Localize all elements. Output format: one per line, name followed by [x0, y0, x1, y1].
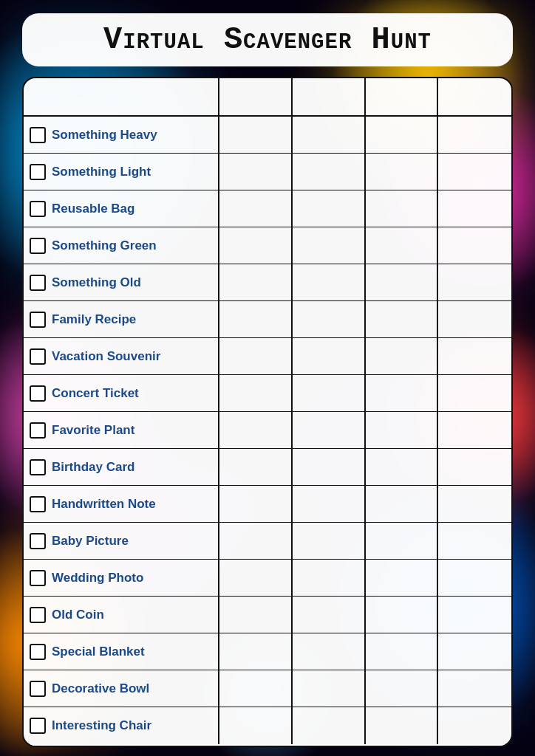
- score-cell-1: [293, 301, 366, 337]
- score-cell-3: [438, 301, 511, 337]
- page-title: Virtual Scavenger Hunt: [103, 22, 432, 58]
- score-cell-0: [219, 154, 293, 190]
- score-cell-1: [293, 227, 366, 264]
- item-label: Interesting Chair: [52, 718, 151, 733]
- score-cell-1: [293, 633, 366, 670]
- table-container: Something HeavySomething LightReusable B…: [24, 78, 511, 744]
- table-row: Interesting Chair: [24, 707, 511, 744]
- page-wrapper: Virtual Scavenger Hunt Something HeavySo…: [0, 0, 535, 756]
- score-cell-0: [219, 227, 293, 264]
- header-row: [24, 78, 511, 117]
- score-cell-3: [438, 190, 511, 227]
- score-cell-2: [366, 264, 439, 300]
- score-cell-2: [366, 449, 439, 485]
- score-cell-2: [366, 670, 439, 707]
- score-cell-2: [366, 117, 439, 153]
- item-checkbox[interactable]: [30, 422, 46, 439]
- item-label: Birthday Card: [52, 460, 134, 475]
- score-cell-0: [219, 117, 293, 153]
- score-cell-2: [366, 301, 439, 337]
- item-label: Old Coin: [52, 608, 104, 622]
- item-cell: Decorative Bowl: [24, 670, 219, 707]
- item-checkbox[interactable]: [30, 718, 46, 734]
- header-col-4: [438, 78, 511, 117]
- table-row: Decorative Bowl: [24, 670, 511, 707]
- score-cell-1: [293, 449, 366, 485]
- score-cell-3: [438, 560, 511, 596]
- item-checkbox[interactable]: [30, 238, 46, 254]
- score-cell-2: [366, 375, 439, 411]
- item-cell: Something Heavy: [24, 117, 219, 153]
- score-cell-2: [366, 633, 439, 670]
- item-checkbox[interactable]: [30, 681, 46, 697]
- item-checkbox[interactable]: [30, 533, 46, 549]
- score-cell-3: [438, 449, 511, 485]
- score-cell-2: [366, 597, 439, 633]
- item-cell: Something Green: [24, 227, 219, 264]
- score-cell-2: [366, 412, 439, 448]
- score-cell-3: [438, 597, 511, 633]
- item-checkbox[interactable]: [30, 275, 46, 291]
- table-row: Handwritten Note: [24, 486, 511, 523]
- item-checkbox[interactable]: [30, 570, 46, 586]
- item-cell: Reusable Bag: [24, 190, 219, 227]
- item-cell: Handwritten Note: [24, 486, 219, 522]
- score-cell-1: [293, 597, 366, 633]
- item-checkbox[interactable]: [30, 312, 46, 328]
- table-row: Special Blanket: [24, 633, 511, 670]
- item-checkbox[interactable]: [30, 496, 46, 512]
- score-cell-1: [293, 486, 366, 522]
- header-col-2: [293, 78, 366, 117]
- item-label: Vacation Souvenir: [52, 349, 160, 364]
- score-cell-0: [219, 375, 293, 411]
- item-cell: Old Coin: [24, 597, 219, 633]
- item-cell: Concert Ticket: [24, 375, 219, 411]
- score-cell-3: [438, 338, 511, 374]
- score-cell-3: [438, 412, 511, 448]
- header-col-3: [366, 78, 439, 117]
- item-label: Reusable Bag: [52, 202, 134, 216]
- item-label: Baby Picture: [52, 534, 129, 549]
- score-cell-0: [219, 523, 293, 559]
- item-label: Something Light: [52, 165, 151, 179]
- score-cell-0: [219, 190, 293, 227]
- table-row: Something Light: [24, 154, 511, 190]
- score-cell-0: [219, 412, 293, 448]
- item-checkbox[interactable]: [30, 164, 46, 180]
- item-label: Wedding Photo: [52, 571, 143, 585]
- table-row: Family Recipe: [24, 301, 511, 338]
- data-rows: Something HeavySomething LightReusable B…: [24, 117, 511, 744]
- item-cell: Something Old: [24, 264, 219, 300]
- title-box: Virtual Scavenger Hunt: [22, 13, 513, 66]
- item-checkbox[interactable]: [30, 348, 46, 365]
- table-row: Something Old: [24, 264, 511, 301]
- score-cell-1: [293, 264, 366, 300]
- item-checkbox[interactable]: [30, 459, 46, 475]
- item-checkbox[interactable]: [30, 385, 46, 402]
- footer: PrintablesMania.com: [24, 744, 511, 747]
- item-label: Something Heavy: [52, 128, 157, 142]
- item-cell: Something Light: [24, 154, 219, 190]
- item-checkbox[interactable]: [30, 644, 46, 660]
- score-cell-1: [293, 707, 366, 744]
- score-cell-3: [438, 264, 511, 300]
- score-cell-0: [219, 486, 293, 522]
- item-checkbox[interactable]: [30, 201, 46, 217]
- table-row: Reusable Bag: [24, 190, 511, 227]
- score-cell-0: [219, 707, 293, 744]
- score-cell-0: [219, 597, 293, 633]
- table-row: Something Heavy: [24, 117, 511, 154]
- item-label: Concert Ticket: [52, 386, 139, 401]
- score-cell-2: [366, 154, 439, 190]
- score-cell-1: [293, 154, 366, 190]
- item-label: Decorative Bowl: [52, 681, 149, 696]
- item-label: Handwritten Note: [52, 497, 156, 512]
- item-cell: Special Blanket: [24, 633, 219, 670]
- item-checkbox[interactable]: [30, 607, 46, 623]
- score-cell-2: [366, 227, 439, 264]
- score-cell-0: [219, 338, 293, 374]
- item-checkbox[interactable]: [30, 127, 46, 143]
- table-row: Baby Picture: [24, 523, 511, 560]
- score-cell-2: [366, 338, 439, 374]
- score-cell-1: [293, 375, 366, 411]
